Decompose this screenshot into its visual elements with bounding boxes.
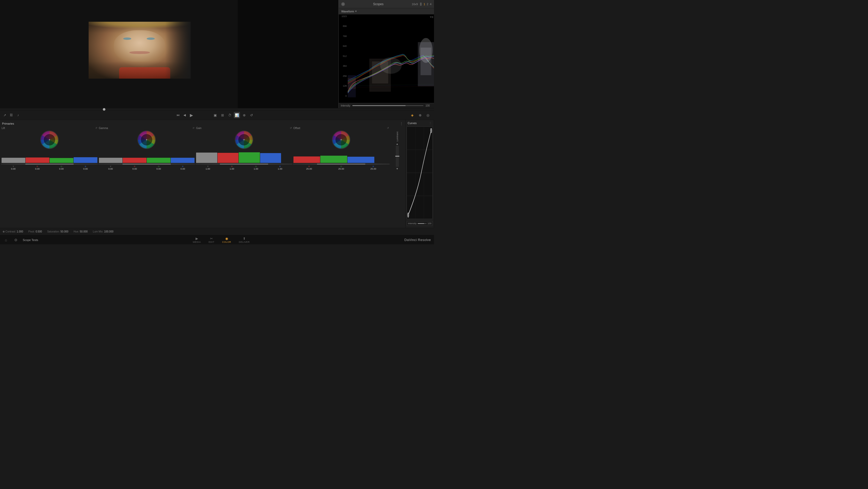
curves-eyedropper[interactable]: ⊕ (417, 112, 423, 118)
gamma-bar-g[interactable] (147, 158, 170, 163)
preview-area (41, 0, 238, 108)
curves-canvas[interactable] (407, 126, 433, 219)
offset-wheel[interactable] (332, 130, 351, 149)
contrast-label: Contrast: (5, 230, 16, 233)
curves-intensity-slider[interactable] (418, 223, 427, 224)
transport-play[interactable]: ▶ (189, 113, 194, 118)
scopes-nav-1[interactable]: 1 (424, 3, 425, 6)
luminance-label: Luminanc (396, 132, 399, 141)
nav-home[interactable]: ⌂ (3, 237, 9, 243)
offset-bar-r[interactable] (293, 156, 320, 163)
tool-grid[interactable]: ⊞ (219, 112, 225, 118)
ratio-dropdown-icon[interactable] (420, 3, 422, 6)
offset-reset[interactable]: ↺ (387, 127, 389, 129)
nav-media[interactable]: ▶ MEDIA (193, 237, 201, 243)
luminance-down[interactable]: ▼ (396, 167, 399, 170)
svg-text:Y:C: Y:C (430, 16, 433, 18)
gain-slider[interactable] (195, 164, 292, 165)
offset-bar-b[interactable] (347, 157, 374, 163)
scopes-close-button[interactable]: × (341, 2, 345, 6)
curves-options[interactable]: ⋮ (429, 121, 432, 125)
gain-bar-r[interactable] (218, 153, 239, 163)
primaries-columns: Lift ↺ (0, 126, 405, 171)
tool-chart[interactable]: 📊 (234, 112, 240, 118)
luminance-slider-track[interactable] (396, 146, 399, 167)
edit-icon: ✂ (210, 237, 213, 240)
clothing (119, 67, 170, 79)
tool-audio[interactable]: ♪ (16, 113, 21, 118)
scopes-nav-4[interactable]: 4 (430, 3, 431, 6)
offset-values: R 25.00 G 25.00 B 25.00 (293, 165, 390, 170)
tool-connect[interactable]: ⊕ (241, 112, 247, 118)
gamma-val-b: B 0.00 (171, 165, 194, 170)
curves-mask[interactable]: ◎ (425, 112, 431, 118)
lips (129, 51, 150, 54)
tool-refresh[interactable]: ↺ (248, 112, 254, 118)
lift-header: Lift ↺ (1, 127, 98, 130)
nav-deliver[interactable]: ⬆ DELIVER (239, 237, 250, 243)
gamma-header: Gamma ↺ (98, 127, 195, 130)
nav-settings[interactable]: ⚙ (13, 237, 19, 243)
tool-link[interactable]: ⛓ (9, 113, 14, 118)
gain-bar-b[interactable] (260, 153, 281, 163)
gamma-val-r: R 0.00 (123, 165, 147, 170)
transport-prev[interactable]: ◀ (182, 113, 187, 118)
gamma-bar-y[interactable] (99, 158, 123, 163)
face-shape (114, 30, 165, 61)
tool-monitor[interactable]: ▣ (212, 112, 218, 118)
svg-rect-6 (372, 61, 388, 83)
scopes-dropdown[interactable]: Waveform ▾ (339, 8, 434, 15)
lift-bar-y[interactable] (2, 158, 25, 163)
curves-svg (407, 127, 432, 219)
primaries-options[interactable]: ⋮ (400, 121, 403, 126)
label-640: 640 (339, 45, 348, 47)
offset-header: Offset ↺ (293, 127, 390, 130)
gain-wheel-svg (234, 130, 254, 149)
offset-slider-pos (317, 164, 365, 165)
waveform-label: Waveform (341, 10, 354, 13)
lift-slider[interactable] (1, 164, 98, 165)
lift-wheel[interactable] (40, 130, 59, 149)
gamma-bars (98, 150, 195, 163)
gamma-slider[interactable] (98, 164, 195, 165)
color-label: COLOR (222, 241, 231, 243)
gamma-wheel[interactable] (137, 130, 156, 149)
lift-bar-r[interactable] (26, 157, 49, 163)
tool-arrow[interactable]: ↗ (2, 113, 7, 118)
svg-point-22 (146, 139, 147, 140)
nav-edit[interactable]: ✂ EDIT (209, 237, 215, 243)
gamma-bar-r[interactable] (123, 158, 147, 163)
transport-bar: ↗ ⛓ ♪ ⏮ ◀ ▶ ▣ ⊞ ⏱ 📊 ⊕ ↺ ◈ ⊕ ◎ (0, 111, 434, 120)
gain-bar-g[interactable] (239, 152, 260, 163)
nav-color[interactable]: ◉ COLOR (222, 237, 231, 243)
lift-bar-b[interactable] (74, 157, 97, 163)
lift-bar-g[interactable] (50, 158, 73, 163)
scopes-nav-2[interactable]: 2 (427, 3, 428, 6)
offset-bar-g[interactable] (320, 156, 347, 163)
scrubber-handle[interactable] (103, 108, 105, 111)
gain-wheel[interactable] (234, 130, 254, 149)
gain-reset[interactable]: ↺ (290, 127, 292, 129)
label-512: 512 (339, 55, 348, 57)
lift-reset[interactable]: ↺ (95, 127, 97, 129)
lift-val-y: Y 0.00 (2, 165, 25, 170)
curves-intensity-bar: Intensity 100 (407, 221, 433, 226)
offset-slider[interactable] (293, 164, 390, 165)
gain-values: Y 1.00 R 1.00 G 1.00 B 1 (195, 165, 292, 170)
gamma-column: Gamma ↺ (98, 127, 195, 170)
gain-bar-y[interactable] (196, 152, 217, 163)
intensity-label: Intensity (341, 104, 350, 107)
luminance-up[interactable]: ▲ (396, 143, 399, 145)
curves-intensity-value: 100 (428, 222, 431, 225)
timeline-scrubber[interactable] (0, 108, 434, 111)
gamma-bar-b[interactable] (171, 158, 194, 163)
intensity-slider[interactable] (352, 105, 424, 106)
transport-start[interactable]: ⏮ (176, 113, 181, 118)
gamma-reset[interactable]: ↺ (192, 127, 194, 129)
saturation-item: Saturation: 50.000 (47, 230, 68, 233)
curves-color-icon[interactable]: ◈ (409, 112, 415, 118)
intensity-bar: Intensity 100 (339, 103, 434, 108)
svg-rect-4 (348, 78, 356, 89)
lum-mix-item: Lum Mix: 100.000 (93, 230, 114, 233)
tool-clock[interactable]: ⏱ (226, 112, 233, 118)
